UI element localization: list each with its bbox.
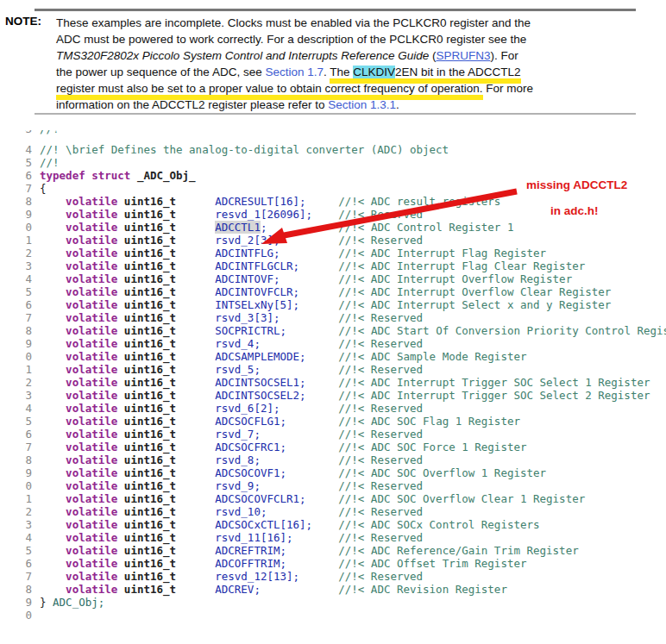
text-segment (306, 195, 339, 208)
code-line: 69 volatile uint16_t ADCSOCOVF1; //!< AD… (25, 466, 666, 479)
code-line: 54 volatile uint16_t ADCINTOVF; //!< ADC… (25, 272, 666, 285)
text-segment: //!< ADC SOC Flag 1 Register (338, 415, 520, 428)
text-segment: volatile (66, 466, 117, 479)
text-segment: For more (483, 82, 534, 95)
line-number-gutter: 49 (25, 208, 33, 221)
code-line: 50 volatile uint16_t ADCCTL1; //!< ADC C… (25, 221, 666, 234)
text-segment (117, 570, 124, 583)
code-line: 45//! (25, 156, 666, 169)
line-number-gutter: 67 (25, 441, 33, 453)
note-line: TMS320F2802x Piccolo System Control and … (49, 47, 644, 64)
line-number-gutter: 80 (25, 609, 33, 622)
text-segment (117, 311, 124, 324)
text-segment: //!< Reserved (338, 363, 423, 376)
text-segment (293, 531, 339, 544)
line-number-gutter: 59 (25, 337, 33, 350)
text-segment (176, 428, 215, 441)
line-number-gutter: 68 (25, 453, 33, 466)
text-segment (280, 247, 339, 259)
line-number-gutter: 63 (25, 389, 33, 402)
text-segment: //!< Reserved (338, 531, 423, 544)
text-segment: volatile (66, 376, 117, 389)
text-segment (261, 453, 338, 466)
line-number-gutter: 45 (25, 156, 33, 169)
line-number-gutter: 55 (25, 285, 33, 298)
text-segment: uint16_t (124, 350, 176, 363)
line-number: 44 (25, 143, 32, 156)
code-line: 43//! (25, 130, 666, 143)
text-segment: //!< Reserved (338, 479, 423, 492)
text-segment: //!< ADC Interrupt Overflow Clear Regist… (338, 285, 611, 298)
text-segment: uint16_t (124, 389, 176, 402)
text-segment (117, 518, 124, 531)
text-segment (117, 221, 124, 234)
text-segment: volatile (66, 544, 117, 557)
code-line: 72 volatile uint16_t rsvd_10; //!< Reser… (25, 505, 666, 518)
text-segment (117, 441, 124, 453)
section-1-3-1-link[interactable]: Section 1.3.1 (328, 98, 396, 111)
text-segment (286, 557, 338, 570)
text-segment (299, 298, 338, 311)
line-number-gutter: 51 (25, 234, 33, 247)
text-segment: //!< ADC SOC Force 1 Register (338, 441, 526, 453)
line-number-gutter: 52 (25, 247, 33, 259)
text-segment (280, 234, 339, 247)
text-segment: //!< Reserved (338, 453, 423, 466)
text-segment: struct (91, 169, 130, 182)
text-segment (286, 324, 338, 337)
text-segment (299, 285, 338, 298)
text-segment: //! (40, 156, 60, 169)
text-segment: //!< Reserved (338, 311, 423, 324)
section-1-7-link[interactable]: Section 1.7 (265, 66, 324, 78)
text-segment (40, 337, 66, 350)
text-segment: SOCPRICTRL; (215, 324, 286, 337)
text-segment: volatile (66, 324, 117, 337)
line-number-gutter: 71 (25, 492, 33, 505)
text-segment: uint16_t (124, 363, 176, 376)
text-segment (176, 363, 215, 376)
text-segment (40, 324, 66, 337)
line-number-gutter: 61 (25, 363, 33, 376)
text-segment (176, 389, 215, 402)
text-segment (176, 195, 215, 208)
text-segment: ADC_Obj; (53, 596, 104, 609)
text-segment: uint16_t (124, 492, 176, 505)
text-segment: uint16_t (124, 415, 176, 428)
code-line: 71 volatile uint16_t ADCSOCOVFCLR1; //!<… (25, 492, 666, 505)
text-segment (176, 505, 215, 518)
text-segment: uint16_t (124, 505, 176, 518)
text-segment: //!< ADC Revision Register (338, 583, 507, 596)
text-segment (176, 350, 215, 363)
text-segment (261, 583, 338, 596)
text-segment: typedef (40, 169, 85, 182)
text-segment (117, 272, 124, 285)
text-segment: the power up sequence of the ADC, see (56, 66, 265, 78)
line-number-gutter: 58 (25, 324, 33, 337)
text-segment (176, 402, 215, 415)
text-segment: volatile (66, 272, 117, 285)
text-segment (261, 363, 338, 376)
text-segment (40, 272, 66, 285)
text-segment (130, 169, 137, 182)
line-number: 79 (25, 596, 32, 609)
note-line: register must also be set to a proper va… (49, 80, 644, 97)
code-line: 59 volatile uint16_t rsvd_4; //!< Reserv… (25, 337, 666, 350)
code-line: 77 volatile uint16_t resvd_12[13]; //!< … (25, 570, 666, 583)
code-line: 57 volatile uint16_t rsvd_3[3]; //!< Res… (25, 311, 666, 324)
text-segment (40, 518, 66, 531)
text-segment: volatile (66, 453, 117, 466)
text-segment (40, 298, 66, 311)
text-segment: volatile (66, 337, 117, 350)
text-segment: uint16_t (124, 570, 176, 583)
line-number: 67 (25, 441, 32, 453)
text-segment: ADCINTOVF; (215, 272, 280, 285)
line-number-gutter: 43 (25, 130, 33, 135)
sprufn3-link[interactable]: SPRUFN3 (436, 49, 490, 62)
text-segment (40, 376, 66, 389)
text-segment: uint16_t (124, 272, 176, 285)
line-number-gutter: 66 (25, 428, 33, 441)
note-line: the power up sequence of the ADC, see Se… (49, 64, 644, 80)
text-segment (117, 350, 124, 363)
text-segment: volatile (66, 583, 117, 596)
text-segment: uint16_t (124, 208, 176, 221)
